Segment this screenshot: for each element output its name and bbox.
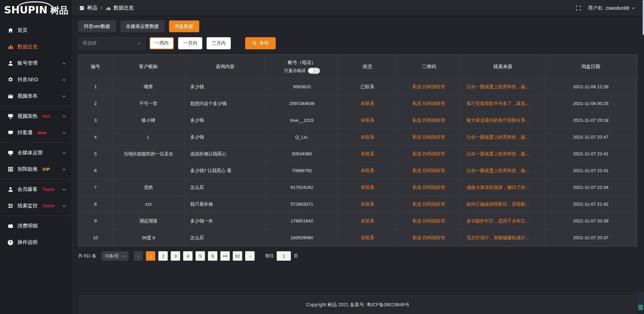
sidebar-item-label: 视频发布 [17, 93, 38, 99]
lead-source-link[interactable]: 感谢大家喜欢我家，被问了好... [461, 179, 545, 196]
chevron-down-icon [62, 114, 66, 118]
page-number-button[interactable]: 2 [158, 251, 168, 261]
page-number-button[interactable]: 3 [171, 251, 180, 261]
phone-only-toggle[interactable] [308, 68, 320, 74]
tab-3[interactable]: 询盘数据 [169, 20, 199, 32]
cell-date: 2021-11-07 23:18 [545, 112, 637, 129]
sidebar-item-chat[interactable]: 抖客通New [0, 124, 71, 141]
cell-content: 我想问这个多少钱 [185, 95, 266, 112]
lead-source-link[interactable]: 如何正确选择投影仪，买投影... [461, 196, 545, 213]
qr-links[interactable]: 私信 扫码加好友 [397, 162, 461, 179]
lead-source-link[interactable]: 让你一眼就爱上的黑科技，能... [461, 129, 545, 146]
sidebar-item-monitor-hot[interactable]: 视频加热Hot [0, 108, 71, 124]
cell-account: 572803371 [266, 196, 338, 213]
scrollbar-thumb[interactable] [643, 0, 644, 35]
sidebar-item-user[interactable]: 账号管理 [0, 55, 71, 71]
sidebar-item-badge: VIP [42, 167, 50, 172]
page-number-button[interactable]: 92 [233, 251, 242, 261]
qr-links[interactable]: 私信 扫码加好友 [397, 78, 461, 95]
lead-source-link[interactable]: 让你一眼就爱上的黑科技，能... [461, 162, 545, 179]
next-page-button[interactable]: › [245, 251, 255, 261]
page-number-button[interactable]: 1 [146, 251, 155, 261]
lead-source-link[interactable]: 让你一眼就爱上的黑科技，能... [461, 78, 545, 95]
page-number-button[interactable]: 4 [183, 251, 193, 261]
logo-arc-decoration [17, 1, 52, 7]
cell-nickname [112, 162, 184, 179]
brand-logo: SHUPIN 树品 [0, 0, 71, 19]
cell-nickname: zzz [112, 196, 184, 213]
sidebar-item-wallet[interactable]: 消费明细 [0, 218, 71, 234]
lead-source-link[interactable]: 被大家追着问的客厅投影分享... [461, 112, 545, 129]
main-column: 树品 > 数据总览 用户名: zswodun88 [71, 0, 644, 314]
lead-source-link[interactable]: 多功能护栏灯，适用于乡村文... [461, 213, 545, 229]
sidebar-item-label: 账号管理 [17, 60, 38, 66]
column-header-8: 询盘日期 [545, 55, 637, 78]
floating-widget[interactable] [637, 291, 644, 311]
sidebar-item-monitor[interactable]: 全媒体运营 [0, 145, 71, 161]
sidebar-item-grid[interactable]: 矩阵助推VIP [0, 161, 71, 177]
chevron-down-icon [121, 254, 125, 258]
member-icon [7, 187, 13, 193]
sidebar-item-video-publish[interactable]: 视频发布 [0, 88, 71, 104]
period-button-3[interactable]: 三月内 [207, 37, 231, 49]
period-button-2[interactable]: 一月内 [178, 37, 202, 49]
chevron-down-icon [62, 94, 66, 98]
page-number-button[interactable]: 5 [196, 251, 205, 261]
goto-page-input[interactable] [277, 251, 291, 261]
topbar-right: 用户名: zswodun88 [576, 5, 635, 11]
cell-date: 2021-11-08 00:25 [545, 95, 637, 112]
sidebar-item-sliders[interactable]: 线索监控Tools [0, 198, 71, 214]
period-button-1[interactable]: 一周内 [150, 37, 174, 49]
tab-1[interactable]: 抖音seo数据 [78, 20, 116, 32]
sidebar-item-bar-chart[interactable]: 数据总览 [0, 39, 71, 55]
sidebar-item-badge: Hot [42, 114, 50, 119]
qr-links[interactable]: 私信 扫码加好友 [397, 196, 461, 213]
cell-nickname: 36度 8 [112, 229, 184, 246]
tab-2[interactable]: 全媒体运营数据 [120, 20, 165, 32]
sidebar-item-home[interactable]: 首页 [0, 22, 71, 39]
sidebar-item-gear[interactable]: 抖音SEO [0, 71, 71, 88]
cell-nickname: 当地比较能吃的一位美女 [112, 146, 184, 162]
app-window: SHUPIN 树品 首页数据总览账号管理抖音SEO视频发布视频加热Hot抖客通N… [0, 0, 644, 314]
table-row: 3狐小狸多少钱love__1215未联系私信 扫码加好友被大家追着问的客厅投影分… [79, 112, 637, 129]
lead-source-link[interactable]: 无主灯设计，智能磁吸轨道灯... [461, 229, 545, 246]
status-badge: 未联系 [338, 146, 397, 162]
cell-no: 1 [79, 78, 112, 95]
status-badge: 未联系 [338, 213, 397, 229]
filter-select[interactable]: 请选择 [78, 37, 145, 49]
search-button[interactable]: 查询 [245, 37, 276, 49]
qr-links[interactable]: 私信 扫码加好友 [397, 146, 461, 162]
lead-source-link[interactable]: 客厅安装投影半年多了，真实... [461, 95, 545, 112]
page-number-button[interactable]: 6 [208, 251, 217, 261]
page-ellipsis-button[interactable]: ••• [220, 251, 230, 261]
user-menu[interactable]: 用户名: zswodun88 [588, 5, 635, 11]
cell-content: 怎么买 [185, 179, 266, 196]
sidebar-divider [0, 216, 71, 216]
qr-links[interactable]: 私信 扫码加好友 [397, 95, 461, 112]
table-row: 7觉然怎么买917024162未联系私信 扫码加好友感谢大家喜欢我家，被问了好.… [79, 179, 637, 196]
video-publish-icon [7, 93, 13, 99]
chat-icon [7, 130, 13, 136]
cell-date: 2021-11-07 22:34 [545, 179, 637, 196]
question-icon: ? [7, 240, 13, 246]
qr-links[interactable]: 私信 扫码加好友 [397, 213, 461, 229]
sidebar: SHUPIN 树品 首页数据总览账号管理抖音SEO视频发布视频加热Hot抖客通N… [0, 0, 71, 314]
qr-links[interactable]: 私信 扫码加好友 [397, 129, 461, 146]
qr-links[interactable]: 私信 扫码加好友 [397, 229, 461, 246]
breadcrumb-root[interactable]: 树品 [87, 5, 97, 11]
prev-page-button[interactable]: ‹ [133, 251, 143, 261]
fullscreen-icon[interactable] [576, 5, 581, 11]
sidebar-item-label: 线索监控 [17, 203, 38, 209]
chevron-down-icon [62, 151, 66, 155]
lead-source-link[interactable]: 让你一眼就爱上的黑科技，能... [461, 146, 545, 162]
cell-date: 2021-11-07 20:39 [545, 213, 637, 229]
breadcrumb-separator: > [100, 5, 103, 10]
page-size-select[interactable]: 10条/页 [101, 251, 128, 261]
sidebar-item-question[interactable]: ?操作说明 [0, 234, 71, 251]
qr-links[interactable]: 私信 扫码加好友 [397, 179, 461, 196]
sidebar-item-member[interactable]: 会员爆客Tools [0, 181, 71, 198]
cell-content: 多少钱 [185, 129, 266, 146]
qr-links[interactable]: 私信 扫码加好友 [397, 112, 461, 129]
chevron-down-icon [62, 61, 66, 65]
sidebar-item-label: 操作说明 [17, 239, 38, 246]
